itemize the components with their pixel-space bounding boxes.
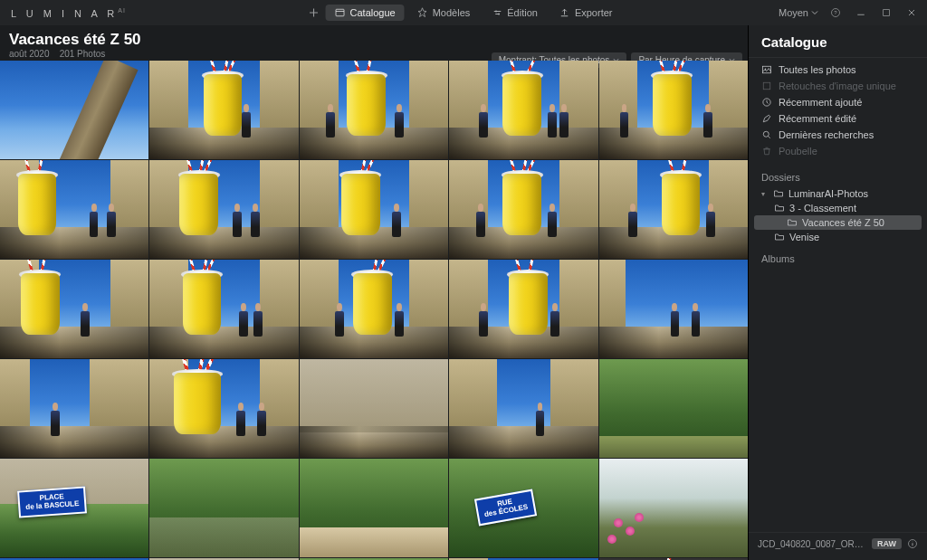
recent-edit-icon [761, 113, 772, 124]
thumbnail[interactable] [300, 160, 448, 259]
svg-point-10 [763, 131, 769, 137]
catalogue-icon [335, 7, 346, 18]
edition-icon [492, 7, 502, 18]
folder-icon [774, 203, 785, 214]
all-photos-icon [761, 64, 772, 75]
shortcut-recent-edit[interactable]: Récemment édité [749, 110, 927, 127]
thumbnail[interactable] [599, 459, 748, 557]
folder-label: LuminarAI-Photos [788, 188, 868, 199]
trash-icon [761, 146, 772, 157]
thumbnail[interactable] [300, 260, 448, 358]
info-icon[interactable] [907, 538, 918, 549]
thumbnail[interactable] [599, 160, 748, 259]
svg-point-2 [498, 14, 500, 15]
svg-rect-8 [763, 82, 770, 90]
shortcut-label: Récemment édité [779, 113, 856, 124]
folder-item[interactable]: 3 - Classement [749, 201, 927, 215]
recent-add-icon [761, 97, 772, 108]
thumbnail[interactable] [149, 459, 298, 557]
chevron-down-icon: ▾ [761, 190, 769, 198]
sidebar: Catalogue Toutes les photos Retouches d'… [748, 25, 927, 560]
shortcut-label: Toutes les photos [779, 64, 856, 75]
single-edit-icon [761, 81, 772, 91]
tab-catalogue[interactable]: Catalogue [326, 5, 405, 21]
gallery-panel: Vacances été Z 50 août 2020 201 Photos M… [0, 25, 748, 560]
tab-label: Modèles [433, 7, 471, 18]
top-right: Moyen ? [779, 5, 920, 21]
folder-icon [773, 188, 784, 199]
shortcut-all-photos[interactable]: Toutes les photos [749, 62, 927, 78]
thumbnail[interactable] [0, 160, 148, 259]
svg-rect-5 [884, 10, 890, 16]
thumbnail[interactable] [0, 359, 148, 458]
models-icon [417, 7, 428, 18]
thumbnail[interactable] [449, 359, 597, 458]
tab-label: Catalogue [350, 7, 396, 18]
thumbnail-grid: PLACE de la BASCULE RUE des ÉCOLES [0, 61, 748, 560]
svg-text:?: ? [834, 10, 837, 15]
thumbnail[interactable] [0, 61, 148, 159]
folders-section-label: Dossiers [749, 163, 927, 186]
folder-icon [787, 217, 798, 228]
shortcut-recent-add[interactable]: Récemment ajouté [749, 94, 927, 110]
folder-icon [774, 232, 785, 242]
shortcut-trash[interactable]: Poubelle [749, 143, 927, 159]
folder-tree: ▾ LuminarAI-Photos 3 - Classement Vacanc… [749, 186, 927, 244]
tab-models[interactable]: Modèles [408, 5, 480, 21]
current-filename: JCD_040820_0087_ORG.NEF [758, 539, 866, 549]
close-button[interactable] [903, 5, 920, 21]
tab-edition[interactable]: Édition [483, 5, 547, 21]
top-tabs: Catalogue Modèles Édition Exporter [306, 5, 622, 21]
shortcut-list: Toutes les photos Retouches d'image uniq… [749, 57, 927, 163]
main: Vacances été Z 50 août 2020 201 Photos M… [0, 25, 927, 560]
export-icon [559, 7, 570, 18]
thumbnail[interactable] [449, 260, 597, 358]
top-bar: L U M I N A RAI Catalogue Modèles Éditio… [0, 0, 927, 25]
svg-point-1 [495, 11, 497, 13]
minimize-button[interactable] [853, 5, 869, 21]
thumbnail[interactable] [149, 359, 298, 458]
shortcut-label: Retouches d'image unique [779, 81, 896, 91]
thumbnail[interactable]: PLACE de la BASCULE [0, 459, 148, 557]
thumbnail[interactable] [300, 61, 448, 159]
help-button[interactable]: ? [827, 5, 844, 21]
thumbnail[interactable] [300, 459, 448, 557]
thumbnail-selected[interactable] [449, 160, 597, 259]
thumbnail[interactable] [599, 260, 748, 358]
folder-item[interactable]: Venise [749, 230, 927, 244]
thumbnail[interactable]: RUE des ÉCOLES [449, 459, 597, 557]
thumbnail[interactable] [599, 359, 748, 458]
quality-dropdown[interactable]: Moyen [779, 7, 818, 18]
chevron-down-icon [811, 9, 818, 16]
folder-root[interactable]: ▾ LuminarAI-Photos [749, 186, 927, 201]
shortcut-label: Dernières recherches [779, 129, 874, 140]
page-title: Vacances été Z 50 [9, 31, 739, 49]
folder-label: Venise [789, 232, 819, 242]
thumbnail[interactable] [149, 260, 298, 358]
shortcut-label: Récemment ajouté [779, 97, 862, 108]
tab-export[interactable]: Exporter [550, 5, 622, 21]
recent-search-icon [761, 129, 772, 140]
folder-label: Vacances été Z 50 [802, 217, 884, 228]
maximize-button[interactable] [878, 5, 894, 21]
quality-label: Moyen [779, 7, 808, 18]
shortcut-recent-search[interactable]: Dernières recherches [749, 127, 927, 143]
thumbnail[interactable] [0, 260, 148, 358]
albums-section-label: Albums [749, 244, 927, 268]
thumbnail[interactable] [449, 61, 597, 159]
subtitle-count: 201 Photos [60, 49, 106, 59]
status-footer: JCD_040820_0087_ORG.NEF RAW [749, 532, 927, 555]
shortcut-single-edit[interactable]: Retouches d'image unique [749, 78, 927, 94]
shortcut-label: Poubelle [779, 146, 817, 157]
sidebar-title: Catalogue [749, 34, 927, 57]
logo-text: L U M I N A R [11, 7, 118, 18]
thumbnail[interactable] [599, 61, 748, 159]
sign-text: de la BASCULE [25, 498, 80, 510]
app-logo: L U M I N A RAI [11, 7, 126, 19]
add-button[interactable] [306, 5, 322, 21]
folder-item-selected[interactable]: Vacances été Z 50 [754, 215, 922, 230]
thumbnail[interactable] [149, 61, 298, 159]
thumbnail[interactable] [300, 359, 448, 458]
thumbnail[interactable] [149, 160, 298, 259]
format-badge: RAW [872, 538, 902, 549]
